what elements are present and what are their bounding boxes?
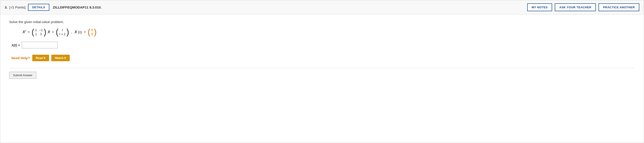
x-label: X xyxy=(48,30,50,34)
equals-sign-2: = xyxy=(84,30,86,34)
matrix-A-content: 1 −1 1 3 xyxy=(34,28,44,36)
matrix-B-content: t t + 1 xyxy=(58,28,66,36)
matrix-C: ( 9 8 ) xyxy=(88,28,96,36)
submit-section: Submit Answer xyxy=(9,68,635,79)
comma: , xyxy=(71,30,72,34)
watch-it-button[interactable]: Watch It xyxy=(51,55,70,61)
practice-another-button[interactable]: PRACTICE ANOTHER xyxy=(598,3,639,11)
submit-answer-button[interactable]: Submit Answer xyxy=(9,72,36,79)
math-equation: X′ = ( 1 −1 1 3 ) X + ( t xyxy=(23,28,635,36)
left-paren-B: ( xyxy=(56,28,58,36)
problem-instruction: Solve the given initial-value problem. xyxy=(9,20,635,24)
right-paren-A: ) xyxy=(44,28,46,36)
need-help-label: Need Help? xyxy=(12,56,30,60)
problem-number: 3. [-/1 Points] xyxy=(5,6,25,9)
left-paren-A: ( xyxy=(32,28,34,36)
answer-label: X(t) = xyxy=(12,43,20,47)
left-paren-C: ( xyxy=(88,28,90,36)
need-help-row: Need Help? Read It Watch It xyxy=(12,55,635,61)
answer-input[interactable] xyxy=(22,42,58,48)
right-paren-B: ) xyxy=(66,28,69,36)
answer-row: X(t) = xyxy=(12,42,635,48)
xprime-label: X′ xyxy=(23,30,26,34)
my-notes-button[interactable]: MY NOTES xyxy=(527,3,552,11)
ask-teacher-button[interactable]: ASK YOUR TEACHER xyxy=(555,3,596,11)
x0-label: X xyxy=(75,30,77,34)
plus-sign: + xyxy=(52,30,54,34)
matrix-A: ( 1 −1 1 3 ) xyxy=(32,28,46,36)
matrix-B: ( t t + 1 ) xyxy=(56,28,69,36)
problem-code: ZILLDIFFEQMODAP11 8.3.010. xyxy=(53,6,102,9)
equals-sign: = xyxy=(28,30,30,34)
read-it-button[interactable]: Read It xyxy=(32,55,49,61)
header-row: 3. [-/1 Points] DETAILS ZILLDIFFEQMODAP1… xyxy=(0,0,644,14)
details-button[interactable]: DETAILS xyxy=(28,4,49,11)
content-area: Solve the given initial-value problem. X… xyxy=(0,14,644,86)
right-paren-C: ) xyxy=(94,28,96,36)
matrix-C-content: 9 8 xyxy=(90,28,94,36)
